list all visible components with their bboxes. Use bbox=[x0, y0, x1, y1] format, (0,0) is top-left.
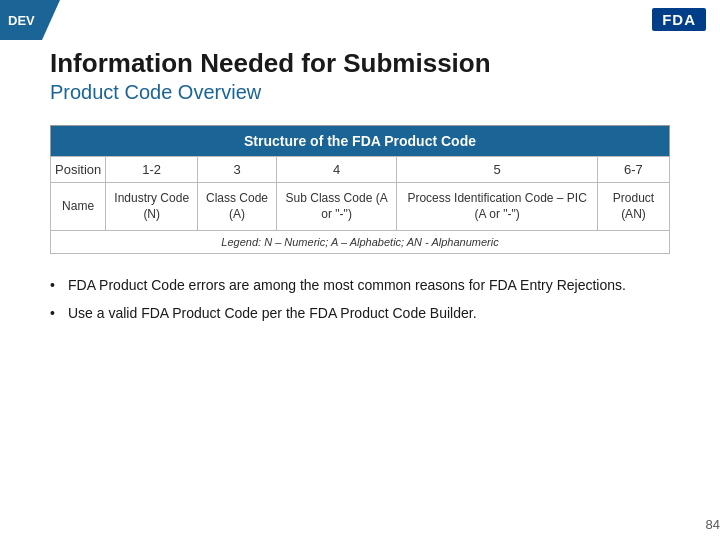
position-label-cell: Position bbox=[51, 157, 106, 183]
position-5: 5 bbox=[397, 157, 598, 183]
dev-banner: DEV bbox=[0, 0, 60, 40]
main-title: Information Needed for Submission bbox=[50, 48, 670, 79]
main-content: Information Needed for Submission Produc… bbox=[50, 48, 670, 520]
bullet-item-2: • Use a valid FDA Product Code per the F… bbox=[50, 304, 670, 324]
title-section: Information Needed for Submission Produc… bbox=[50, 48, 670, 105]
bullet-dot-1: • bbox=[50, 276, 68, 296]
name-product: Product (AN) bbox=[597, 183, 669, 231]
bullet-text-2: Use a valid FDA Product Code per the FDA… bbox=[68, 304, 670, 324]
name-row: Name Industry Code (N) Class Code (A) Su… bbox=[51, 183, 670, 231]
name-class-code: Class Code (A) bbox=[198, 183, 277, 231]
table-header-cell: Structure of the FDA Product Code bbox=[51, 126, 670, 157]
fda-label: FDA bbox=[662, 11, 696, 28]
name-label-cell: Name bbox=[51, 183, 106, 231]
position-6-7: 6-7 bbox=[597, 157, 669, 183]
position-row: Position 1-2 3 4 5 6-7 bbox=[51, 157, 670, 183]
bullets-section: • FDA Product Code errors are among the … bbox=[50, 276, 670, 323]
legend-row: Legend: N – Numeric; A – Alphabetic; AN … bbox=[51, 231, 670, 254]
name-industry-code: Industry Code (N) bbox=[106, 183, 198, 231]
bullet-dot-2: • bbox=[50, 304, 68, 324]
fda-logo: FDA bbox=[652, 8, 706, 31]
sub-title: Product Code Overview bbox=[50, 79, 670, 105]
bullet-text-1: FDA Product Code errors are among the mo… bbox=[68, 276, 670, 296]
page-number: 84 bbox=[706, 517, 720, 532]
name-pic: Process Identification Code – PIC (A or … bbox=[397, 183, 598, 231]
dev-label: DEV bbox=[8, 13, 35, 28]
name-sub-class-code: Sub Class Code (A or "-") bbox=[276, 183, 396, 231]
position-4: 4 bbox=[276, 157, 396, 183]
bullet-item-1: • FDA Product Code errors are among the … bbox=[50, 276, 670, 296]
table-header-row: Structure of the FDA Product Code bbox=[51, 126, 670, 157]
table-container: Structure of the FDA Product Code Positi… bbox=[50, 125, 670, 254]
position-3: 3 bbox=[198, 157, 277, 183]
legend-cell: Legend: N – Numeric; A – Alphabetic; AN … bbox=[51, 231, 670, 254]
position-1-2: 1-2 bbox=[106, 157, 198, 183]
product-code-table: Structure of the FDA Product Code Positi… bbox=[50, 125, 670, 254]
